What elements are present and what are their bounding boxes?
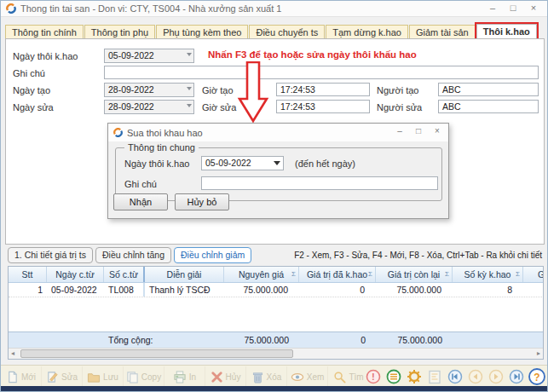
footer-nguyen-gia: 75.000.000 — [224, 332, 299, 348]
app-logo-icon — [6, 3, 16, 14]
column-header-nguyen-gia[interactable]: Nguyên giáΣ — [224, 267, 299, 282]
scroll-right-icon[interactable]: ▸ — [537, 349, 540, 357]
tab-thoi-khao[interactable]: Thôi k.hao — [476, 24, 537, 39]
annotation-arrow-down-icon — [236, 61, 270, 123]
huy-bo-button[interactable]: Hủy bỏ — [175, 193, 229, 210]
ngay-thoi-khao-combobox[interactable]: 05-09-2022 — [104, 49, 194, 63]
info-button[interactable]: ! — [363, 366, 383, 387]
chevron-down-icon — [187, 104, 192, 107]
xoa-button[interactable]: Xóa — [246, 366, 287, 388]
column-header-stt[interactable]: Stt — [9, 267, 47, 282]
tab-phu-tung-kem-theo[interactable]: Phụ tùng kèm theo — [156, 25, 248, 39]
help-icon: ? — [528, 368, 545, 385]
save-folder-icon — [87, 371, 101, 383]
bottom-toolbar: Mới Sửa Lưu Copy In Hủy Xóa Xem — [1, 365, 548, 388]
nav-first-icon — [447, 369, 463, 384]
footer-da-khao: 0 — [299, 332, 376, 348]
nav-previous-button[interactable] — [465, 366, 485, 387]
den-het-ngay-hint: (đến hết ngày) — [295, 159, 355, 169]
ghi-chu-input[interactable] — [104, 66, 539, 79]
cell-so-ctu: TL008 — [104, 283, 145, 297]
help-button[interactable]: ? — [527, 366, 546, 387]
nav-first-button[interactable] — [445, 366, 464, 387]
scroll-left-icon[interactable]: ◂ — [11, 349, 14, 357]
column-header-so-ctu[interactable]: Số c.từ — [104, 267, 145, 282]
report-button[interactable] — [424, 366, 444, 387]
luu-button[interactable]: Lưu — [83, 366, 124, 388]
column-header-gia-tri-da-khao[interactable]: Giá trị đã k.haoΣ — [299, 267, 376, 282]
dialog-minimize-icon[interactable]: – — [390, 124, 409, 139]
detail-tab-dieu-chinh-giam[interactable]: Điều chỉnh giảm — [174, 247, 251, 263]
dialog-close-icon[interactable]: × — [428, 124, 447, 139]
chevron-down-icon — [187, 87, 192, 90]
table-row[interactable]: 1 05-09-2022 TL008 Thanh lý TSCĐ 75.000.… — [9, 283, 544, 297]
gio-tao-input[interactable]: 17:24:53 — [276, 83, 370, 96]
detail-tab-chi-tiet-gia-tri[interactable]: 1. Chi tiết giá trị ts — [8, 247, 93, 263]
column-header-ngay-ctu[interactable]: Ngày c.từ — [47, 267, 104, 282]
dialog-maximize-icon[interactable]: □ — [409, 124, 428, 139]
copy-button[interactable]: Copy — [124, 366, 164, 388]
nav-last-button[interactable] — [506, 366, 526, 387]
dialog-title: Sua thoi khau hao — [127, 128, 203, 138]
chevron-down-icon — [274, 161, 280, 165]
main-tab-bar: Thông tin chính Thông tin phụ Phụ tùng k… — [5, 24, 538, 39]
tab-giam-tai-san[interactable]: Giảm tài sản — [409, 25, 476, 39]
column-header-dien-giai[interactable]: Diễn giải — [145, 267, 224, 282]
new-file-icon — [6, 371, 19, 383]
gio-sua-input[interactable]: 17:24:53 — [276, 100, 370, 113]
sum-icon: Σ — [445, 270, 449, 278]
nguoi-sua-input[interactable]: ABC — [438, 100, 539, 113]
column-header-so-ky-khao[interactable]: Số kỳ k.haoΣ — [453, 267, 523, 282]
cell-gia-tri-con-lai: 75.000.000 — [376, 283, 453, 297]
nguoi-tao-input[interactable]: ABC — [438, 83, 539, 96]
nav-next-button[interactable] — [486, 366, 505, 387]
nav-previous-icon — [468, 369, 483, 384]
title-bar: Thong tin tai san - Don vi: CTY, TS004 -… — [1, 1, 547, 17]
app-window: Thong tin tai san - Don vi: CTY, TS004 -… — [0, 0, 548, 392]
xem-button[interactable]: Xem — [287, 366, 328, 388]
ngay-sua-combobox[interactable]: 28-09-2022 — [104, 100, 194, 114]
detail-tab-dieu-chinh-tang[interactable]: Điều chỉnh tăng — [95, 247, 171, 263]
sum-icon: Σ — [368, 270, 372, 278]
dialog-ghi-chu-input[interactable] — [201, 176, 438, 190]
sua-button[interactable]: Sửa — [42, 366, 83, 388]
annotation-text: Nhấn F3 để tạo hoặc sửa ngày thôi khấu h… — [208, 49, 417, 60]
gio-tao-label: Giờ tạo — [202, 85, 234, 95]
gio-sua-label: Giờ sửa — [202, 102, 236, 112]
cell-nguyen-gia: 75.000.000 — [224, 283, 299, 297]
close-icon[interactable]: × — [523, 1, 544, 16]
nhan-button[interactable]: Nhận — [113, 193, 168, 210]
dialog-title-bar: Sua thoi khau hao – □ × — [108, 124, 448, 141]
tab-thong-tin-phu[interactable]: Thông tin phụ — [84, 25, 155, 39]
column-header-gia-tri-con-lai[interactable]: Giá trị còn lạiΣ — [376, 267, 453, 282]
minimize-icon[interactable]: – — [482, 1, 503, 16]
moi-button[interactable]: Mới — [1, 366, 42, 388]
maximize-icon[interactable]: □ — [503, 1, 523, 16]
edit-icon — [46, 371, 59, 383]
settings-button[interactable] — [404, 366, 424, 387]
huy-button[interactable]: Hủy — [205, 366, 246, 388]
ngay-tao-combobox[interactable]: 28-09-2022 — [104, 83, 194, 97]
cell-dien-giai: Thanh lý TSCĐ — [145, 283, 224, 297]
search-icon — [333, 371, 346, 383]
info-icon: ! — [366, 369, 381, 384]
tab-tam-dung-khao[interactable]: Tạm dừng k.hao — [326, 25, 408, 39]
menu-button[interactable] — [384, 366, 403, 387]
grid-header-row: Stt Ngày c.từ Số c.từ Diễn giải Nguyên g… — [9, 267, 544, 283]
in-button[interactable]: In — [164, 366, 205, 388]
sum-icon: Σ — [291, 270, 296, 278]
gear-icon — [407, 369, 422, 384]
cell-gia-tri-da-khao: 0 — [299, 283, 376, 297]
grid-footer-row: Tổng cộng: 75.000.000 0 75.000.000 — [9, 331, 544, 348]
column-header-gia-t[interactable]: Giá t — [523, 267, 544, 282]
scrollbar-thumb[interactable] — [20, 349, 293, 358]
nav-last-icon — [509, 369, 524, 384]
horizontal-scrollbar[interactable]: ◂ ▸ — [9, 348, 543, 359]
chevron-down-icon — [187, 53, 192, 56]
copy-icon — [126, 371, 139, 383]
tab-thong-tin-chinh[interactable]: Thông tin chính — [5, 25, 84, 39]
dialog-ngay-thoi-khao-combobox[interactable]: 05-09-2022 — [201, 156, 284, 170]
print-icon — [173, 371, 187, 383]
ghi-chu-label: Ghi chú — [13, 68, 45, 78]
tab-dieu-chuyen-ts[interactable]: Điều chuyển ts — [249, 25, 325, 39]
